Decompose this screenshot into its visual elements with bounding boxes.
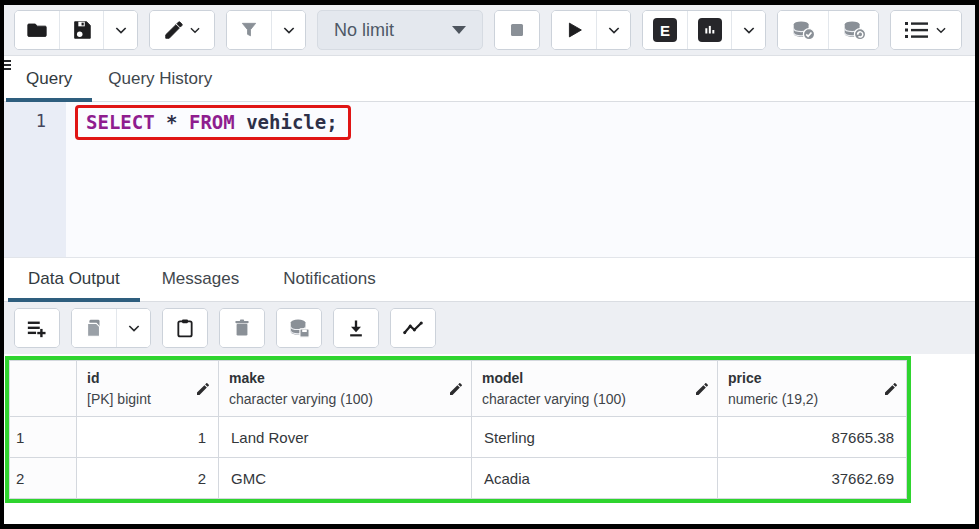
header-row: id [PK] bigint make character varying (1… [10, 361, 907, 417]
save-data-changes-button[interactable] [277, 309, 321, 347]
edit-column-icon[interactable] [448, 381, 464, 397]
line-number-gutter: 1 [4, 102, 66, 257]
query-tool-window: No limit E [4, 5, 975, 524]
cell-id[interactable]: 2 [77, 458, 219, 499]
filter-button-group [226, 10, 306, 50]
column-name: price [728, 368, 880, 388]
save-icon [71, 19, 93, 41]
numbered-list-icon [904, 19, 930, 41]
column-header-id[interactable]: id [PK] bigint [77, 361, 219, 417]
chevron-down-icon [741, 22, 757, 38]
explain-analyze-icon [698, 18, 722, 42]
delete-row-button[interactable] [220, 309, 264, 347]
graph-group [390, 308, 436, 348]
tab-query[interactable]: Query [12, 69, 86, 101]
select-all-corner[interactable] [10, 361, 77, 417]
add-row-button[interactable] [15, 309, 59, 347]
line-number: 1 [4, 111, 66, 131]
column-type: character varying (100) [482, 389, 691, 409]
sql-identifier: vehicle; [235, 111, 338, 133]
output-tabbar: Data Output Messages Notifications [4, 258, 975, 302]
cell-make[interactable]: GMC [219, 458, 472, 499]
column-type: character varying (100) [229, 389, 445, 409]
edit-column-icon[interactable] [883, 381, 899, 397]
row-number-cell[interactable]: 1 [10, 417, 77, 458]
add-row-icon [25, 317, 49, 339]
chevron-down-icon [606, 22, 622, 38]
execute-options-dropdown-button[interactable] [596, 11, 630, 49]
rollback-icon [841, 18, 867, 42]
cell-id[interactable]: 1 [77, 417, 219, 458]
paste-button[interactable] [163, 309, 207, 347]
commit-button[interactable] [778, 11, 828, 49]
save-data-icon [287, 317, 311, 339]
table-row: 2 2 GMC Acadia 37662.69 [10, 458, 907, 499]
column-name: make [229, 368, 445, 388]
tab-data-output[interactable]: Data Output [14, 269, 134, 301]
cancel-button-group [494, 10, 540, 50]
cell-model[interactable]: Acadia [472, 458, 718, 499]
code-area[interactable]: SELECT * FROM vehicle; [66, 102, 975, 257]
results-table: id [PK] bigint make character varying (1… [9, 360, 907, 499]
filter-button[interactable] [227, 11, 271, 49]
edit-dropdown-button[interactable] [150, 11, 214, 49]
data-output-toolbar [4, 302, 975, 354]
column-header-make[interactable]: make character varying (100) [219, 361, 472, 417]
cell-price[interactable]: 87665.38 [718, 417, 907, 458]
explain-options-dropdown-button[interactable] [731, 11, 765, 49]
save-results-to-file-button[interactable] [334, 309, 378, 347]
pencil-icon [163, 19, 185, 41]
save-options-dropdown-button[interactable] [103, 11, 137, 49]
download-group [333, 308, 379, 348]
copy-button[interactable] [72, 309, 116, 347]
filter-options-dropdown-button[interactable] [271, 11, 305, 49]
execute-button[interactable] [552, 11, 596, 49]
chevron-down-icon [188, 23, 202, 37]
chevron-down-icon [934, 23, 948, 37]
query-tabbar: Query Query History [4, 56, 975, 102]
data-output-panel: id [PK] bigint make character varying (1… [4, 354, 975, 524]
add-row-group [14, 308, 60, 348]
cell-model[interactable]: Sterling [472, 417, 718, 458]
column-name: id [87, 368, 192, 388]
row-limit-value: No limit [334, 20, 394, 41]
explain-button[interactable]: E [643, 11, 687, 49]
cell-price[interactable]: 37662.69 [718, 458, 907, 499]
trash-icon [232, 317, 252, 339]
edit-column-icon[interactable] [195, 381, 211, 397]
row-number-cell[interactable]: 2 [10, 458, 77, 499]
save-file-button[interactable] [59, 11, 103, 49]
panel-grip-icon[interactable] [4, 60, 11, 70]
column-name: model [482, 368, 691, 388]
copy-group [71, 308, 151, 348]
tab-notifications[interactable]: Notifications [269, 269, 390, 301]
chevron-down-icon [113, 22, 129, 38]
row-limit-select[interactable]: No limit [317, 10, 483, 50]
query-toolbar: No limit E [4, 5, 975, 56]
column-header-model[interactable]: model character varying (100) [472, 361, 718, 417]
tab-query-history[interactable]: Query History [94, 69, 226, 101]
line-chart-icon [401, 317, 425, 339]
sql-editor[interactable]: 1 SELECT * FROM vehicle; [4, 102, 975, 258]
delete-row-group [219, 308, 265, 348]
explain-button-group: E [642, 10, 766, 50]
edit-column-icon[interactable] [694, 381, 710, 397]
column-header-price[interactable]: price numeric (19,2) [718, 361, 907, 417]
rollback-button[interactable] [828, 11, 878, 49]
stop-button[interactable] [495, 11, 539, 49]
copy-options-dropdown-button[interactable] [116, 309, 150, 347]
paste-group [162, 308, 208, 348]
play-icon [563, 19, 585, 41]
chevron-down-icon [126, 320, 142, 336]
cell-make[interactable]: Land Rover [219, 417, 472, 458]
tab-messages[interactable]: Messages [148, 269, 253, 301]
folder-icon [26, 19, 48, 41]
commit-icon [790, 18, 816, 42]
column-type: numeric (19,2) [728, 389, 880, 409]
graph-visualiser-button[interactable] [391, 309, 435, 347]
open-file-button[interactable] [15, 11, 59, 49]
explain-analyze-button[interactable] [687, 11, 731, 49]
table-row: 1 1 Land Rover Sterling 87665.38 [10, 417, 907, 458]
column-type: [PK] bigint [87, 389, 192, 409]
macros-dropdown-button[interactable] [891, 11, 961, 49]
